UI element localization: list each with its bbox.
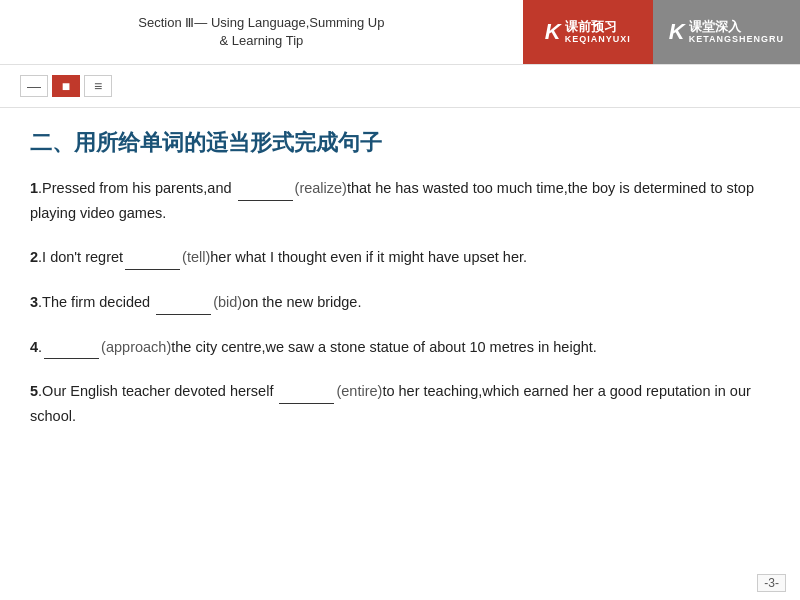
ketangshengru-button[interactable]: K 课堂深入 KETANGSHENGRU bbox=[653, 0, 800, 64]
exercise-2: 2.I don't regret(tell)her what I thought… bbox=[30, 245, 770, 270]
ex1-num: 1 bbox=[30, 180, 38, 196]
header: Section Ⅲ— Using Language,Summing Up & L… bbox=[0, 0, 800, 65]
toolbar-btn-2[interactable]: ■ bbox=[52, 75, 80, 97]
ex4-num: 4 bbox=[30, 339, 38, 355]
main-content: 二、用所给单词的适当形式完成句子 1.Pressed from his pare… bbox=[0, 108, 800, 468]
page-number: -3- bbox=[757, 574, 786, 592]
keqianyuxi-button[interactable]: K 课前预习 KEQIANYUXI bbox=[523, 0, 653, 64]
ex1-blank bbox=[238, 200, 293, 201]
toolbar-btn-3[interactable]: ≡ bbox=[84, 75, 112, 97]
k-letter-2: K bbox=[669, 19, 685, 45]
k-letter-1: K bbox=[545, 19, 561, 45]
btn2-text: 课堂深入 KETANGSHENGRU bbox=[689, 19, 784, 45]
exercise-3: 3.The firm decided (bid)on the new bridg… bbox=[30, 290, 770, 315]
exercise-1: 1.Pressed from his parents,and (realize)… bbox=[30, 176, 770, 225]
section-title: 二、用所给单词的适当形式完成句子 bbox=[30, 128, 770, 158]
ex3-blank bbox=[156, 314, 211, 315]
exercise-4: 4.(approach)the city centre,we saw a sto… bbox=[30, 335, 770, 360]
title-line2: & Learning Tip bbox=[138, 32, 384, 50]
ex4-blank bbox=[44, 358, 99, 359]
ex5-num: 5 bbox=[30, 383, 38, 399]
ex2-num: 2 bbox=[30, 249, 38, 265]
exercise-5: 5.Our English teacher devoted herself (e… bbox=[30, 379, 770, 428]
ex3-num: 3 bbox=[30, 294, 38, 310]
title-line1: Section Ⅲ— Using Language,Summing Up bbox=[138, 14, 384, 32]
ex5-blank bbox=[279, 403, 334, 404]
toolbar-btn-1[interactable]: — bbox=[20, 75, 48, 97]
btn1-text: 课前预习 KEQIANYUXI bbox=[565, 19, 631, 45]
header-title: Section Ⅲ— Using Language,Summing Up & L… bbox=[0, 0, 523, 64]
toolbar: — ■ ≡ bbox=[0, 65, 800, 108]
ex2-blank bbox=[125, 269, 180, 270]
